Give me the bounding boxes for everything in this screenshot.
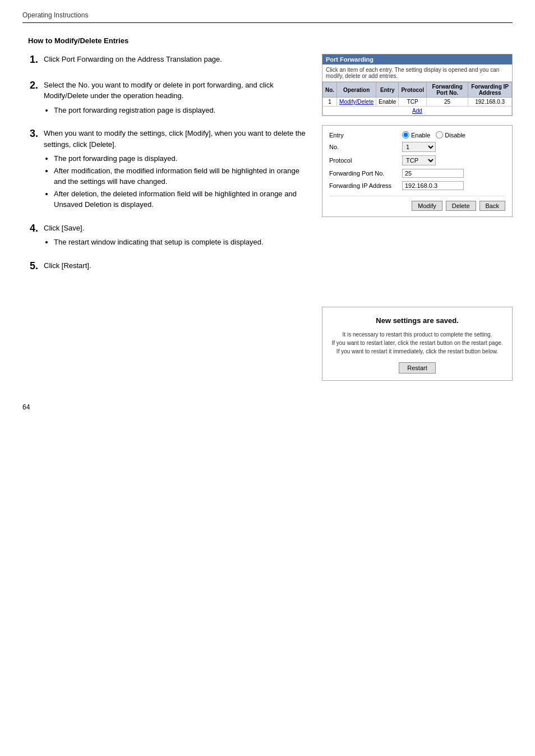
port-value (402, 169, 464, 178)
row-1-ip: 192.168.0.3 (468, 98, 512, 107)
entry-disable-label[interactable]: Disable (436, 131, 465, 139)
port-field-row: Forwarding Port No. (329, 169, 505, 178)
header-text: Operating Instructions (22, 11, 88, 19)
step-1-content: Click Port Forwarding on the Address Tra… (44, 54, 311, 68)
entry-label: Entry (329, 132, 402, 139)
step-2-bullet-1: The port forwarding registration page is… (54, 105, 311, 116)
step-4-bullet-1: The restart window indicating that setup… (54, 237, 311, 248)
no-label: No. (329, 144, 402, 150)
protocol-select[interactable]: TCP UDP (402, 155, 436, 165)
step-5: 5. Click [Restart]. (22, 260, 311, 275)
step-3-bullets: The port forwarding page is displayed. A… (44, 153, 311, 210)
protocol-value: TCP UDP (402, 155, 436, 165)
row-1-entry: Enable (376, 98, 399, 107)
pf-widget-desc: Click an item of each entry. The setting… (322, 64, 512, 82)
step-4-content: Click [Save]. The restart window indicat… (44, 223, 311, 249)
table-row: 1 Modify/Delete Enable TCP 25 192.168.0.… (323, 98, 512, 107)
port-input[interactable] (402, 169, 464, 178)
pf-col-protocol: Protocol (399, 82, 427, 98)
step-2-text: Select the No. you want to modify or del… (44, 80, 311, 102)
entry-form-widget: Entry Enable Disable No. 1 (322, 125, 513, 217)
spacer (322, 217, 513, 307)
ip-input[interactable] (402, 181, 464, 190)
entry-field-row: Entry Enable Disable (329, 131, 505, 139)
step-3-bullet-3: After deletion, the deleted information … (54, 188, 311, 210)
step-4-bullets: The restart window indicating that setup… (44, 237, 311, 248)
row-1-protocol: TCP (399, 98, 427, 107)
restart-button[interactable]: Restart (399, 362, 435, 374)
step-2-number: 2. (22, 80, 38, 117)
step-3: 3. When you want to modify the settings,… (22, 128, 311, 211)
port-forwarding-widget: Port Forwarding Click an item of each en… (322, 54, 513, 116)
entry-enable-label[interactable]: Enable (402, 131, 430, 139)
port-label: Forwarding Port No. (329, 170, 402, 177)
page-header: Operating Instructions (22, 11, 513, 23)
ip-field-row: Forwarding IP Address (329, 181, 505, 190)
left-column: 1. Click Port Forwarding on the Address … (22, 54, 311, 381)
step-2-bullets: The port forwarding registration page is… (44, 105, 311, 116)
protocol-field-row: Protocol TCP UDP (329, 155, 505, 165)
entry-form-buttons: Modify Delete Back (329, 196, 505, 211)
step-4: 4. Click [Save]. The restart window indi… (22, 223, 311, 249)
pf-col-ip: Forwarding IP Address (468, 82, 512, 98)
step-5-content: Click [Restart]. (44, 260, 311, 275)
modify-button[interactable]: Modify (412, 201, 442, 211)
step-1-number: 1. (22, 54, 38, 68)
add-link[interactable]: Add (323, 107, 512, 116)
step-3-number: 3. (22, 128, 38, 211)
no-field-row: No. 1 (329, 142, 505, 152)
step-1-text: Click Port Forwarding on the Address Tra… (44, 54, 311, 65)
step-5-number: 5. (22, 260, 38, 275)
pf-widget-title: Port Forwarding (322, 54, 512, 64)
step-1: 1. Click Port Forwarding on the Address … (22, 54, 311, 68)
pf-col-no: No. (323, 82, 337, 98)
row-1-operation[interactable]: Modify/Delete (337, 98, 376, 107)
ip-value (402, 181, 464, 190)
entry-disable-radio[interactable] (436, 131, 443, 139)
pf-col-operation: Operation (337, 82, 376, 98)
protocol-label: Protocol (329, 157, 402, 164)
save-widget-title: New settings are saved. (329, 316, 505, 325)
row-1-no: 1 (323, 98, 337, 107)
step-3-bullet-2: After modification, the modified informa… (54, 165, 311, 187)
step-4-number: 4. (22, 223, 38, 249)
section-title: How to Modify/Delete Entries (22, 36, 513, 45)
pf-col-entry: Entry (376, 82, 399, 98)
no-value: 1 (402, 142, 436, 152)
step-5-text: Click [Restart]. (44, 260, 311, 271)
entry-disable-text: Disable (445, 132, 465, 139)
ip-label: Forwarding IP Address (329, 182, 402, 189)
content-area: 1. Click Port Forwarding on the Address … (22, 54, 513, 381)
pf-table: No. Operation Entry Protocol Forwarding … (322, 82, 512, 116)
back-button[interactable]: Back (479, 201, 505, 211)
save-widget-desc: It is necessary to restart this product … (329, 330, 505, 356)
table-add-row: Add (323, 107, 512, 116)
entry-enable-radio[interactable] (402, 131, 409, 139)
no-select[interactable]: 1 (402, 142, 436, 152)
step-3-content: When you want to modify the settings, cl… (44, 128, 311, 211)
entry-radio-group: Enable Disable (402, 131, 465, 139)
pf-table-header-row: No. Operation Entry Protocol Forwarding … (323, 82, 512, 98)
pf-col-port: Forwarding Port No. (426, 82, 468, 98)
delete-button[interactable]: Delete (446, 201, 476, 211)
step-2: 2. Select the No. you want to modify or … (22, 80, 311, 117)
page-number: 64 (22, 403, 513, 411)
step-3-text: When you want to modify the settings, cl… (44, 128, 311, 150)
step-4-text: Click [Save]. (44, 223, 311, 234)
row-1-port: 25 (426, 98, 468, 107)
right-column: Port Forwarding Click an item of each en… (322, 54, 513, 381)
save-widget: New settings are saved. It is necessary … (322, 307, 513, 381)
step-3-bullet-1: The port forwarding page is displayed. (54, 153, 311, 164)
entry-enable-text: Enable (411, 132, 430, 139)
step-2-content: Select the No. you want to modify or del… (44, 80, 311, 117)
